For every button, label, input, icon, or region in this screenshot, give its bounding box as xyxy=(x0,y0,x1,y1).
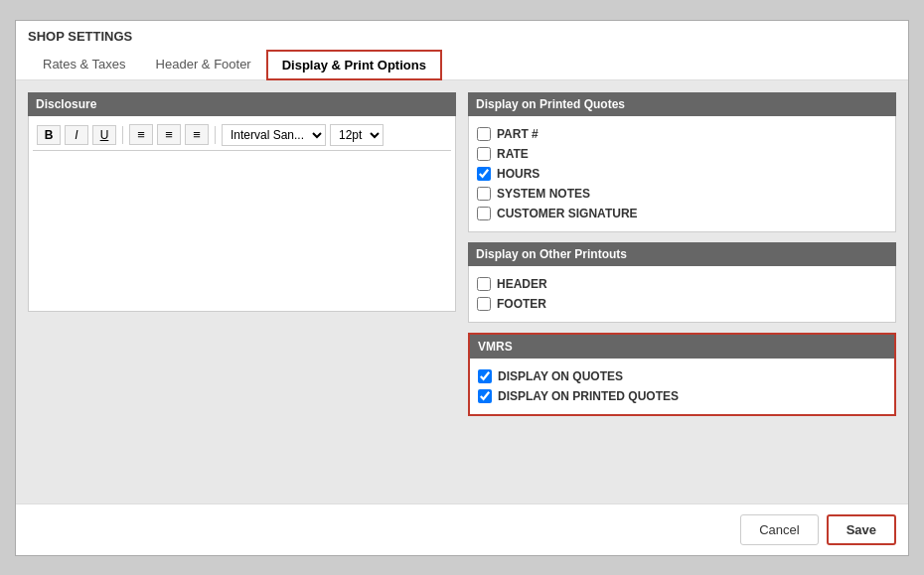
modal-title: SHOP SETTINGS xyxy=(28,29,896,44)
tab-display-print-options[interactable]: Display & Print Options xyxy=(266,50,442,80)
header-checkbox[interactable] xyxy=(477,277,491,291)
font-size-selector[interactable]: 12pt xyxy=(330,124,384,146)
part-label: PART # xyxy=(497,127,539,141)
left-panel: Disclosure B I U ≡ ≡ ≡ xyxy=(28,92,456,492)
shop-settings-modal: SHOP SETTINGS Rates & Taxes Header & Foo… xyxy=(15,20,909,556)
checkbox-item-part: PART # xyxy=(477,124,887,144)
rate-checkbox[interactable] xyxy=(477,147,491,161)
checkbox-item-rate: RATE xyxy=(477,144,887,164)
other-printouts-section: Display on Other Printouts HEADER FOOTER xyxy=(468,242,896,323)
vmrs-body: DISPLAY ON QUOTES DISPLAY ON PRINTED QUO… xyxy=(470,359,894,414)
align-left-icon: ≡ xyxy=(137,127,145,142)
align-right-icon: ≡ xyxy=(193,127,201,142)
align-right-button[interactable]: ≡ xyxy=(185,124,209,145)
customer-signature-label: CUSTOMER SIGNATURE xyxy=(497,207,638,220)
font-selector[interactable]: Interval San... xyxy=(222,124,326,146)
printed-quotes-checkboxes: PART # RATE HOURS SYSTEM NOTES xyxy=(468,116,896,232)
part-checkbox[interactable] xyxy=(477,127,491,141)
display-on-quotes-checkbox[interactable] xyxy=(478,369,492,383)
tab-bar: Rates & Taxes Header & Footer Display & … xyxy=(28,50,896,79)
customer-signature-checkbox[interactable] xyxy=(477,207,491,220)
align-left-button[interactable]: ≡ xyxy=(129,124,153,145)
hours-checkbox[interactable] xyxy=(477,167,491,181)
display-on-printed-quotes-checkbox[interactable] xyxy=(478,389,492,403)
disclosure-section-body: B I U ≡ ≡ ≡ xyxy=(28,116,456,312)
other-printouts-checkboxes: HEADER FOOTER xyxy=(468,266,896,323)
hours-label: HOURS xyxy=(497,167,539,181)
italic-button[interactable]: I xyxy=(65,125,88,145)
save-button[interactable]: Save xyxy=(827,514,896,545)
checkbox-item-footer: FOOTER xyxy=(477,294,887,314)
vmrs-section: VMRS DISPLAY ON QUOTES DISPLAY ON PRINTE… xyxy=(468,333,896,416)
modal-footer: Cancel Save xyxy=(16,503,908,555)
cancel-button[interactable]: Cancel xyxy=(740,514,818,545)
checkbox-item-hours: HOURS xyxy=(477,164,887,184)
modal-body: Disclosure B I U ≡ ≡ ≡ xyxy=(16,80,908,503)
checkbox-item-header: HEADER xyxy=(477,274,887,294)
disclosure-editor[interactable] xyxy=(33,155,451,304)
editor-toolbar: B I U ≡ ≡ ≡ xyxy=(33,120,451,151)
system-notes-label: SYSTEM NOTES xyxy=(497,187,590,201)
underline-button[interactable]: U xyxy=(92,125,116,145)
system-notes-checkbox[interactable] xyxy=(477,187,491,201)
bold-button[interactable]: B xyxy=(37,125,61,145)
display-on-quotes-label: DISPLAY ON QUOTES xyxy=(498,369,623,383)
rate-label: RATE xyxy=(497,147,529,161)
align-center-icon: ≡ xyxy=(165,127,173,142)
right-panel: Display on Printed Quotes PART # RATE HO… xyxy=(468,92,896,492)
modal-header: SHOP SETTINGS Rates & Taxes Header & Foo… xyxy=(16,21,908,80)
toolbar-separator-1 xyxy=(122,126,123,144)
tab-header-footer[interactable]: Header & Footer xyxy=(141,50,266,79)
disclosure-section-header: Disclosure xyxy=(28,92,456,116)
checkbox-item-display-on-quotes: DISPLAY ON QUOTES xyxy=(478,366,886,386)
other-printouts-header: Display on Other Printouts xyxy=(468,242,896,266)
vmrs-header: VMRS xyxy=(470,335,894,359)
checkbox-item-customer-signature: CUSTOMER SIGNATURE xyxy=(477,204,887,223)
printed-quotes-header: Display on Printed Quotes xyxy=(468,92,896,116)
checkbox-item-system-notes: SYSTEM NOTES xyxy=(477,184,887,204)
checkbox-item-display-on-printed-quotes: DISPLAY ON PRINTED QUOTES xyxy=(478,386,886,406)
toolbar-separator-2 xyxy=(215,126,216,144)
footer-label: FOOTER xyxy=(497,297,546,311)
display-on-printed-quotes-label: DISPLAY ON PRINTED QUOTES xyxy=(498,389,679,403)
printed-quotes-section: Display on Printed Quotes PART # RATE HO… xyxy=(468,92,896,232)
header-label: HEADER xyxy=(497,277,547,291)
tab-rates-taxes[interactable]: Rates & Taxes xyxy=(28,50,141,79)
align-center-button[interactable]: ≡ xyxy=(157,124,181,145)
disclosure-section: Disclosure B I U ≡ ≡ ≡ xyxy=(28,92,456,312)
footer-checkbox[interactable] xyxy=(477,297,491,311)
